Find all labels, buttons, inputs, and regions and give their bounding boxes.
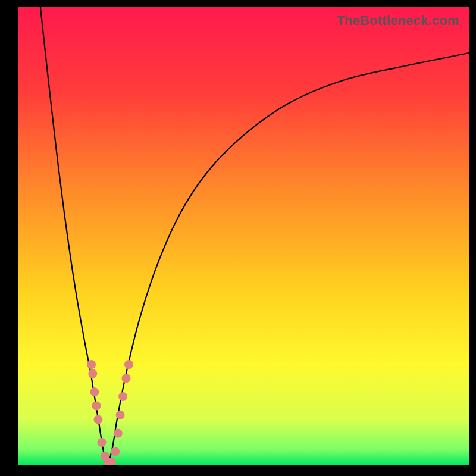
marker-dot (111, 447, 120, 456)
plot-area: TheBottleneck.com (18, 7, 469, 465)
marker-dot (114, 429, 123, 438)
outer-frame: TheBottleneck.com (0, 0, 476, 476)
marker-dot (90, 387, 99, 396)
chart-svg (18, 7, 469, 465)
watermark-text: TheBottleneck.com (337, 13, 459, 29)
marker-dot (93, 415, 102, 424)
marker-dot (124, 360, 133, 369)
marker-dot (92, 401, 101, 410)
gradient-rect (18, 7, 469, 465)
marker-dot (88, 369, 97, 378)
marker-dot (118, 392, 127, 401)
marker-dot (97, 438, 106, 447)
marker-dot (116, 411, 125, 419)
marker-dot (121, 374, 130, 383)
marker-dot (87, 360, 96, 369)
